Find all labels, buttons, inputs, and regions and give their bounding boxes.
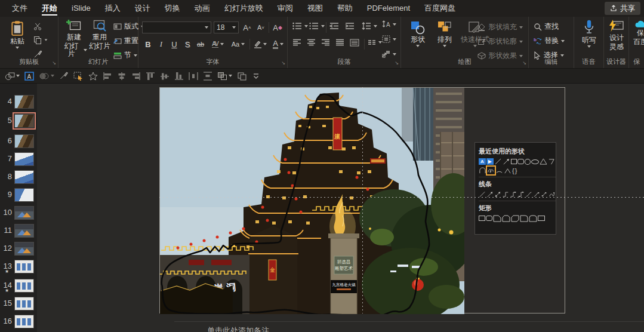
shape-arc-icon[interactable] — [495, 167, 503, 174]
tab-islide[interactable]: iSlide — [64, 0, 98, 17]
change-case-button[interactable]: Aa — [229, 38, 247, 50]
grow-font-button[interactable]: A˄ — [241, 21, 253, 33]
align-middle-objects-button[interactable] — [159, 70, 171, 82]
editing-canvas[interactable]: 洪崖 金 — [37, 84, 644, 332]
bold-button[interactable]: B — [142, 38, 154, 50]
shape-right-brace-icon[interactable]: } — [515, 167, 517, 174]
new-slide-button[interactable]: 新建 幻灯片 — [61, 19, 87, 58]
tab-baidu-netdisk[interactable]: 百度网盘 — [417, 0, 463, 17]
clear-formatting-button[interactable]: A◆ — [272, 21, 284, 33]
character-spacing-button[interactable]: AV — [209, 38, 227, 50]
slide-thumbnail[interactable] — [14, 315, 34, 328]
align-center-button[interactable] — [307, 39, 316, 46]
tab-transitions[interactable]: 切换 — [158, 0, 187, 17]
slide-thumbnail[interactable] — [14, 170, 34, 184]
underline-button[interactable]: U — [168, 38, 180, 50]
rect-snip-same-icon[interactable] — [502, 215, 510, 222]
text-highlight-button[interactable] — [252, 38, 269, 50]
tab-review[interactable]: 审阅 — [270, 0, 300, 17]
slide-thumbnail[interactable] — [14, 95, 34, 109]
rect-clipped-icon[interactable] — [538, 216, 545, 221]
tab-insert[interactable]: 插入 — [98, 0, 128, 17]
slide-thumbnail[interactable] — [14, 242, 34, 256]
distribute-vertical-button[interactable] — [202, 70, 214, 82]
slide-row-8[interactable]: 8 — [0, 170, 37, 185]
group-objects-button[interactable] — [216, 70, 233, 82]
slide-thumbnail[interactable] — [14, 134, 34, 148]
tab-design[interactable]: 设计 — [128, 0, 158, 17]
rect-plain-icon[interactable] — [479, 216, 485, 221]
insert-textbox-button[interactable]: A — [23, 70, 35, 82]
shape-arrow-icon[interactable] — [503, 158, 510, 165]
rect-snip-diagonal-icon[interactable] — [511, 215, 519, 222]
shrink-font-button[interactable]: A˅ — [255, 21, 267, 33]
slide-row-10[interactable]: 10 — [0, 205, 37, 221]
align-center-objects-button[interactable] — [116, 70, 128, 82]
shape-left-brace-icon[interactable]: { — [512, 167, 514, 174]
merge-shapes-button[interactable] — [38, 70, 56, 82]
shape-chord-icon[interactable] — [479, 167, 486, 174]
select-objects-button[interactable] — [72, 70, 85, 82]
align-top-objects-button[interactable] — [144, 70, 156, 82]
font-dialog-launcher[interactable]: ↘ — [281, 60, 285, 66]
rect-round-single-icon[interactable] — [520, 215, 528, 222]
slide-thumbnail[interactable] — [14, 297, 34, 311]
shape-half-frame-icon[interactable] — [548, 158, 556, 165]
qt-format-painter-button[interactable] — [58, 70, 70, 82]
rect-round-same-icon[interactable] — [529, 215, 537, 222]
shape-outline-button[interactable]: 形状轮廓 — [477, 36, 523, 47]
notes-pane[interactable]: 单击此处添加备注 — [174, 321, 644, 332]
slide-row-4[interactable]: 4 — [0, 94, 37, 110]
slide-thumbnail[interactable] — [14, 206, 34, 220]
slide-row-14[interactable]: 14★ — [0, 278, 37, 294]
tab-slideshow[interactable]: 幻灯片放映 — [217, 0, 270, 17]
find-button[interactable]: 查找 — [534, 21, 559, 32]
tab-help[interactable]: 帮助 — [330, 0, 360, 17]
shapes-button[interactable]: 形状 — [405, 20, 431, 47]
shape-fill-button[interactable]: 形状填充 — [477, 22, 523, 32]
cut-button[interactable] — [33, 23, 42, 30]
tab-file[interactable]: 文件 — [5, 0, 35, 17]
share-button[interactable]: 共享 — [605, 2, 640, 15]
slide-row-12[interactable]: 12 — [0, 241, 37, 257]
toolbar-more-button[interactable] — [251, 70, 261, 82]
font-name-combobox[interactable] — [142, 21, 211, 33]
dictate-button[interactable]: 听写 — [577, 20, 601, 48]
shape-rounded-rectangle-icon[interactable] — [517, 159, 524, 164]
shape-textbox-icon[interactable]: A — [479, 158, 486, 165]
save-to-baidu-button[interactable]: 保 百度 — [631, 20, 644, 46]
slide-row-11[interactable]: 11 — [0, 223, 37, 239]
horizontal-guide-line[interactable] — [159, 197, 644, 198]
distribute-horizontal-button[interactable] — [187, 70, 199, 82]
rect-snip-single-icon[interactable] — [493, 215, 501, 222]
tab-home[interactable]: 开始 — [35, 0, 64, 17]
align-left-button[interactable] — [292, 39, 301, 46]
drawing-dialog-launcher[interactable]: ↘ — [522, 60, 526, 66]
slide-row-15[interactable]: 15 — [0, 296, 37, 312]
italic-button[interactable]: I — [155, 38, 167, 50]
shape-line-icon[interactable] — [494, 158, 502, 165]
shape-triangle-icon[interactable] — [540, 158, 547, 165]
font-color-button[interactable]: A — [270, 38, 286, 50]
design-ideas-button[interactable]: 设计 灵感 — [606, 20, 627, 51]
align-right-objects-button[interactable] — [130, 70, 142, 82]
align-right-button[interactable] — [321, 39, 330, 46]
numbering-button[interactable] — [309, 22, 325, 30]
replace-button[interactable]: b替换 — [534, 36, 565, 46]
reuse-slides-button[interactable]: 重用 幻灯片 — [87, 19, 112, 50]
bullets-button[interactable] — [292, 22, 308, 30]
vertical-guide-line[interactable] — [362, 87, 363, 313]
clipboard-dialog-launcher[interactable]: ↘ — [52, 60, 56, 66]
shape-angle-icon[interactable] — [504, 167, 511, 174]
shape-rectangle-icon[interactable] — [511, 159, 517, 164]
shape-action-button-icon[interactable]: ▶ — [486, 158, 494, 165]
slide-thumbnail-selected[interactable] — [14, 114, 34, 128]
shape-ellipse-icon[interactable] — [531, 159, 539, 164]
duplicate-button[interactable] — [236, 70, 248, 82]
align-bottom-objects-button[interactable] — [173, 70, 185, 82]
notes-placeholder[interactable]: 单击此处添加备注 — [207, 325, 269, 332]
slide-row-13[interactable]: 13★ — [0, 259, 37, 275]
slide-thumbnail[interactable] — [14, 224, 34, 238]
favorite-star-button[interactable] — [87, 70, 99, 82]
shape-oval-icon[interactable] — [525, 159, 531, 165]
